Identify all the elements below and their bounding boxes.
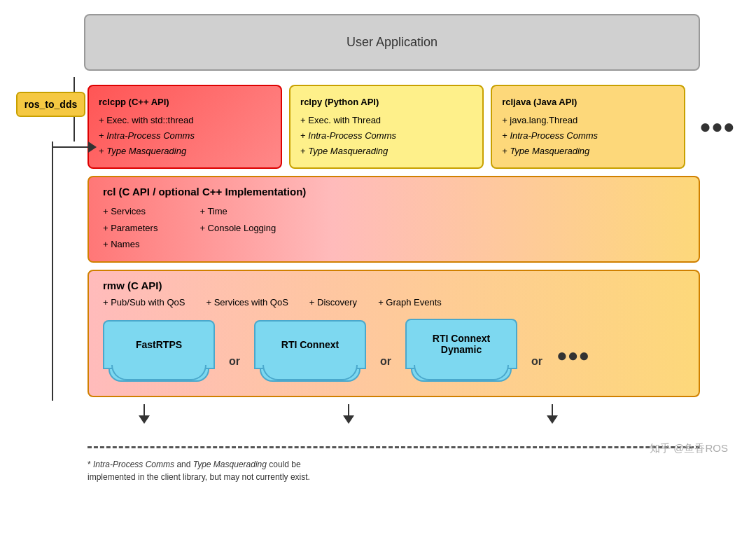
dds-arrows bbox=[88, 397, 700, 425]
rmw-box: rmw (C API) + Pub/Sub with QoS + Service… bbox=[88, 270, 700, 397]
fastrtps-arrow-line bbox=[144, 404, 145, 415]
fastrtps-label: FastRTPS bbox=[136, 339, 182, 350]
or3: or bbox=[517, 355, 556, 382]
rcl-console-logging: + Console Logging bbox=[200, 220, 276, 236]
rti-dynamic-arrow-line bbox=[552, 404, 553, 415]
rcljava-feature2: + Intra-Process Comms bbox=[502, 128, 674, 144]
rclcpp-title: rclcpp (C++ API) bbox=[99, 95, 271, 110]
fastrtps-wrapper: FastRTPS bbox=[103, 320, 215, 382]
ros-to-dds-box: ros_to_dds bbox=[16, 92, 85, 117]
rti-connext-wrapper: RTI Connext bbox=[254, 320, 366, 382]
rti-dynamic-arrow-head bbox=[547, 415, 558, 424]
rclpy-feature2: + Intra-Process Comms bbox=[300, 128, 472, 144]
rcl-names: + Names bbox=[103, 236, 158, 252]
fastrtps-arrow bbox=[88, 403, 201, 424]
rclcpp-box: rclcpp (C++ API) + Exec. with std::threa… bbox=[88, 85, 282, 169]
rmw-services: + Services with QoS bbox=[206, 297, 288, 308]
rti-dynamic-label: RTI ConnextDynamic bbox=[433, 333, 490, 355]
rcl-title: rcl (C API / optional C++ Implementation… bbox=[103, 186, 685, 198]
rclpy-box: rclpy (Python API) + Exec. with Thread +… bbox=[289, 85, 484, 169]
spacer2 bbox=[405, 403, 496, 424]
more-libs-dots: ●●● bbox=[692, 85, 742, 169]
rcl-features: + Services + Parameters + Names + Time +… bbox=[103, 203, 685, 252]
rclpy-feature1: + Exec. with Thread bbox=[300, 113, 472, 128]
footnote: * Intra-Process Comms and Type Masquerad… bbox=[88, 458, 742, 483]
rcl-time: + Time bbox=[200, 203, 276, 219]
or1: or bbox=[215, 355, 254, 382]
rti-connext-label: RTI Connext bbox=[281, 339, 339, 350]
fastrtps-group: FastRTPS bbox=[103, 320, 215, 382]
rmw-pubsub: + Pub/Sub with QoS bbox=[103, 297, 185, 308]
client-libs: rclcpp (C++ API) + Exec. with std::threa… bbox=[88, 85, 742, 169]
watermark: 知乎 @鱼香ROS bbox=[650, 442, 728, 455]
rcl-box: rcl (C API / optional C++ Implementation… bbox=[88, 176, 700, 262]
rclcpp-feature1: + Exec. with std::thread bbox=[99, 113, 271, 128]
arrow-head-right bbox=[88, 142, 97, 153]
or2: or bbox=[366, 355, 405, 382]
vert-line-long bbox=[52, 142, 53, 401]
rmw-graph-events: + Graph Events bbox=[378, 297, 442, 308]
rmw-discovery: + Discovery bbox=[309, 297, 357, 308]
rcl-col1: + Services + Parameters + Names bbox=[103, 203, 158, 252]
rcl-col2: + Time + Console Logging bbox=[200, 203, 276, 252]
rti-connext-box: RTI Connext bbox=[254, 320, 366, 369]
rcljava-title: rcljava (Java API) bbox=[502, 95, 674, 110]
rti-connext-arrow-head bbox=[343, 415, 354, 424]
fastrtps-arrow-head bbox=[139, 415, 150, 424]
rcljava-box: rcljava (Java API) + java.lang.Thread + … bbox=[491, 85, 685, 169]
rti-connext-arrow-line bbox=[348, 404, 349, 415]
rcl-section: rcl (C API / optional C++ Implementation… bbox=[88, 176, 700, 262]
rcl-parameters: + Parameters bbox=[103, 220, 158, 236]
user-application-box: User Application bbox=[84, 14, 700, 71]
dds-row: FastRTPS or RTI Connext or bbox=[103, 319, 685, 382]
footnote-line2: implemented in the client library, but m… bbox=[88, 471, 742, 483]
rmw-features: + Pub/Sub with QoS + Services with QoS +… bbox=[103, 297, 685, 308]
rcljava-feature1: + java.lang.Thread bbox=[502, 113, 674, 128]
rti-dynamic-box: RTI ConnextDynamic bbox=[405, 319, 517, 369]
fastrtps-box: FastRTPS bbox=[103, 320, 215, 369]
rmw-title: rmw (C API) bbox=[103, 280, 685, 291]
rcljava-feature3: + Type Masquerading bbox=[502, 144, 674, 159]
dashed-separator bbox=[88, 446, 700, 448]
rti-dynamic-arrow bbox=[496, 403, 609, 424]
user-application-label: User Application bbox=[346, 35, 438, 49]
client-libs-row: ros_to_dds rclcpp (C++ API) + Exec. with… bbox=[14, 85, 742, 169]
rclcpp-feature3: + Type Masquerading bbox=[99, 144, 271, 159]
more-dds-dots: ●●● bbox=[556, 345, 589, 382]
rclpy-title: rclpy (Python API) bbox=[300, 95, 472, 110]
rmw-section: rmw (C API) + Pub/Sub with QoS + Service… bbox=[88, 270, 700, 397]
rcl-services: + Services bbox=[103, 203, 158, 219]
rti-connext-arrow bbox=[292, 403, 405, 424]
footnote-line1: * Intra-Process Comms and Type Masquerad… bbox=[88, 458, 742, 471]
ros-to-dds-col: ros_to_dds bbox=[14, 85, 88, 169]
rclcpp-feature2: + Intra-Process Comms bbox=[99, 128, 271, 144]
rti-dynamic-wrapper: RTI ConnextDynamic bbox=[405, 319, 517, 382]
spacer3 bbox=[609, 403, 700, 424]
spacer1 bbox=[201, 403, 292, 424]
rclpy-feature3: + Type Masquerading bbox=[300, 144, 472, 159]
